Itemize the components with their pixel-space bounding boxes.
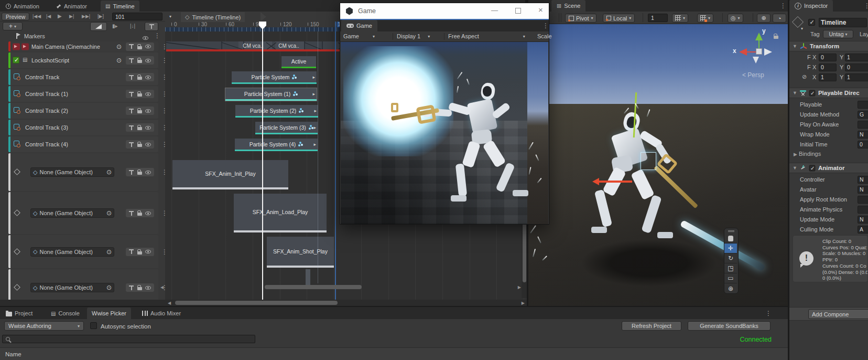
foldout-arrow[interactable]: ▼ <box>793 165 797 171</box>
scale-tool-button[interactable]: ◳ <box>724 263 737 273</box>
lock-icon[interactable] <box>137 251 142 255</box>
ripple-mode-icon[interactable]: ▮▸ <box>112 23 118 29</box>
replace-mode-icon[interactable]: |↓| <box>130 23 135 29</box>
game-window-titlebar[interactable]: Game — × <box>340 3 549 19</box>
game-viewport[interactable] <box>341 42 548 224</box>
game-window[interactable]: Game — × Game ⋮ Game▾ Display 1▾ Free As… <box>340 3 549 225</box>
transform-header[interactable]: ▼ Transform <box>789 41 868 51</box>
lock-icon[interactable] <box>137 93 142 97</box>
property-value-field[interactable]: G <box>858 111 868 119</box>
clip-expand-arrow[interactable]: ▸ <box>312 75 315 80</box>
scroll-right-icon[interactable]: ▶ <box>522 301 525 305</box>
track-lockshotscript[interactable]: ▤ LockshotScript ⊙ ⋮ <box>8 52 158 68</box>
h-scroll-thumb2[interactable] <box>175 301 338 305</box>
eye-icon[interactable] <box>145 92 151 96</box>
persp-label[interactable]: < Persp <box>742 71 764 79</box>
preview-toggle[interactable]: Preview <box>2 13 29 20</box>
play-range-button[interactable]: [▶] <box>97 14 104 19</box>
clip-sfx-2[interactable]: SFX_Anim_Shot_Play <box>267 237 334 268</box>
grid-visibility-button[interactable]: ▾ <box>672 14 688 23</box>
game-menu-icon[interactable]: ⋮ <box>542 23 547 28</box>
tab-timeline[interactable]: ▤Timeline <box>101 1 139 12</box>
goto-start-button[interactable]: |◀◀ <box>32 14 41 19</box>
hand-tool-button[interactable] <box>724 234 737 243</box>
active-checkbox[interactable] <box>808 19 815 26</box>
play-button[interactable]: ▶ <box>58 13 62 19</box>
object-binding-field[interactable]: ◇None (Game Object)⊙ <box>30 283 114 292</box>
clip-sfx-1[interactable]: SFX_Anim_Load_Play <box>234 194 327 232</box>
prev-frame-button[interactable]: |◀ <box>46 14 51 19</box>
object-picker-icon[interactable]: ⊙ <box>106 284 112 291</box>
component-enabled-checkbox[interactable] <box>809 90 816 96</box>
track-control-3[interactable]: Control Track (3)⋮ <box>8 120 158 135</box>
eye-icon[interactable] <box>145 59 151 62</box>
clip-particle-system-4[interactable]: Particle System (4)▸ <box>235 139 318 151</box>
track-control-0[interactable]: Control Track⋮ <box>8 69 158 85</box>
transform-x-field[interactable]: 1 <box>819 73 837 81</box>
scene-viewport[interactable]: y x < Persp ✛ ↻ ◳ ▭ ⊕ <box>528 24 788 306</box>
track-audio-2[interactable]: ◇None (Game Object)⊙⋮ <box>8 235 158 268</box>
clip-particle-system-3[interactable]: Particle System (3)▸ <box>255 122 318 134</box>
property-value-field[interactable]: 0 <box>858 141 868 149</box>
aspect-dropdown[interactable]: Free Aspect▾ <box>448 33 525 39</box>
lock-icon[interactable] <box>137 46 142 49</box>
gameobject-icon-caret[interactable]: ▾ <box>801 26 803 31</box>
track-control-4[interactable]: Control Track (4)⋮ <box>8 136 158 152</box>
clips-h-scrollbar[interactable]: ◀ ▶ <box>160 284 522 290</box>
scroll-left-icon[interactable]: ◀ <box>168 301 171 305</box>
wwise-search-input[interactable] <box>2 335 255 343</box>
name-field[interactable]: Timeline <box>819 18 867 27</box>
control-track-menu[interactable]: ⋮ <box>161 91 166 97</box>
eye-icon[interactable] <box>145 76 151 79</box>
clip-expand-arrow[interactable]: ▸ <box>313 125 316 130</box>
transform-y-field[interactable]: 1 <box>845 73 868 81</box>
view-options-button[interactable]: ◎▾ <box>728 14 743 23</box>
tab-animator[interactable]: Animator <box>51 1 92 12</box>
pin-icon[interactable] <box>129 249 134 254</box>
clip-fragment[interactable] <box>306 269 310 285</box>
audio-track-menu[interactable]: ⋮ <box>161 170 166 175</box>
track-control-1[interactable]: Control Track (1)⋮ <box>8 86 158 102</box>
display-dropdown[interactable]: Display 1▾ <box>397 33 430 39</box>
object-picker-icon[interactable]: ⊙ <box>106 248 112 256</box>
minimize-button[interactable]: — <box>491 6 498 14</box>
pin-icon[interactable] <box>129 125 134 130</box>
pin-icon[interactable] <box>129 109 134 113</box>
lock-icon[interactable] <box>137 127 142 130</box>
foldout-arrow[interactable]: ▼ <box>793 44 797 49</box>
tab-inspector[interactable]: iInspector <box>789 0 833 12</box>
camera-track-menu[interactable]: ⋮ <box>161 44 166 49</box>
generate-soundbanks-button[interactable]: Generate SoundBanks <box>688 321 771 331</box>
scroll-right-icon[interactable]: ▶ <box>518 285 521 290</box>
maximize-button[interactable] <box>515 8 521 14</box>
bindings-foldout[interactable]: ▶ Bindings <box>794 151 821 157</box>
game-view-dropdown[interactable]: Game▾ <box>343 33 375 39</box>
track-audio-0[interactable]: ◇None (Game Object)⊙⋮ <box>8 153 158 191</box>
clip-expand-arrow[interactable]: ▸ <box>314 108 317 113</box>
autosync-checkbox[interactable] <box>90 322 97 329</box>
tab-audio-mixer[interactable]: Audio Mixer <box>137 308 186 319</box>
property-value-field[interactable] <box>858 196 868 204</box>
audio-track-menu[interactable]: ⋮ <box>161 249 166 255</box>
pin-icon[interactable] <box>129 44 134 49</box>
pivot-mode-button[interactable]: Pivot▾ <box>565 14 596 23</box>
control-track-menu[interactable]: ⋮ <box>161 108 166 113</box>
control-track-menu[interactable]: ⋮ <box>161 125 166 130</box>
grid-size-field[interactable]: 1 <box>648 14 668 22</box>
property-value-field[interactable]: N <box>858 176 868 184</box>
track-audio-1[interactable]: ◇None (Game Object)⊙⋮ <box>8 192 158 234</box>
playhead-line[interactable] <box>262 22 263 306</box>
transform-tool-button[interactable]: ⊕ <box>724 283 737 293</box>
inspector-menu-icon[interactable]: ⋮ <box>864 3 868 8</box>
authoring-dropdown[interactable]: Wwise Authoring▾ <box>4 321 84 331</box>
markers-row[interactable]: Markers ⋮ <box>0 31 165 41</box>
pin-icon[interactable] <box>129 58 134 63</box>
eye-icon[interactable] <box>145 109 151 113</box>
eye-icon[interactable] <box>145 250 151 253</box>
frame-input[interactable]: 101 <box>112 13 162 20</box>
gizmo-lock-icon[interactable] <box>774 36 778 39</box>
pin-icon[interactable] <box>129 170 134 175</box>
tab-animation[interactable]: Animation <box>1 1 44 12</box>
snap-settings-button[interactable]: ▾ <box>697 14 713 23</box>
tab-project[interactable]: Project <box>1 308 37 319</box>
